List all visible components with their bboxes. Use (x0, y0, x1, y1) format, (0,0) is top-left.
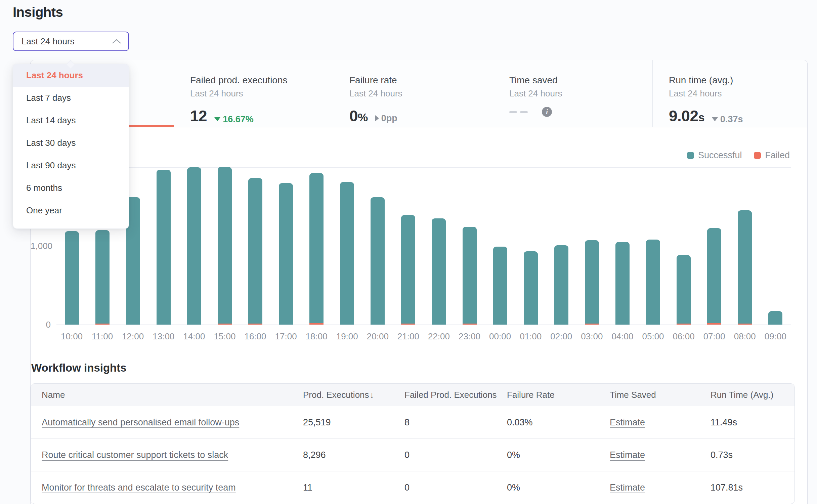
bar-slot-07:00 (699, 167, 730, 325)
time-saved-estimate-link: Estimate (610, 417, 711, 428)
menu-item-last-30-days[interactable]: Last 30 days (13, 132, 129, 154)
time-range-menu: Last 24 hoursLast 7 daysLast 14 daysLast… (13, 64, 129, 229)
bar-slot-17:00 (271, 167, 301, 325)
legend-item-successful[interactable]: Successful (687, 150, 742, 161)
menu-item-one-year[interactable]: One year (13, 199, 129, 222)
workflow-name-link: Route critical customer support tickets … (31, 450, 303, 460)
x-tick-15:00: 15:00 (209, 331, 240, 342)
bar-01:00 (524, 251, 538, 325)
card-failure-rate[interactable]: Failure rate Last 24 hours 0% 0pp (333, 60, 493, 127)
x-tick-17:00: 17:00 (271, 331, 301, 342)
bar-19:00 (340, 182, 354, 325)
table-row: Automatically send personalised email fo… (31, 406, 794, 438)
time-saved-estimate-link[interactable]: Estimate (610, 417, 645, 427)
empty-value-dashes (509, 111, 528, 113)
y-tick-0: 0 (31, 320, 51, 330)
bar-slot-06:00 (669, 167, 699, 325)
bar-09:00 (768, 311, 782, 325)
workflow-insights-heading: Workflow insights (31, 362, 127, 374)
time-saved-estimate-link: Estimate (610, 482, 711, 493)
bar-05:00 (646, 240, 660, 325)
workflow-name-link[interactable]: Automatically send personalised email fo… (42, 417, 239, 427)
run-time-cell: 0.73s (711, 450, 794, 460)
card-value: 9.02s (669, 107, 704, 125)
chevron-up-icon (112, 39, 121, 44)
x-tick-16:00: 16:00 (240, 331, 270, 342)
failure-rate-cell: 0% (507, 450, 610, 460)
x-tick-01:00: 01:00 (515, 331, 546, 342)
x-tick-04:00: 04:00 (607, 331, 638, 342)
prod-executions-cell: 11 (303, 482, 404, 493)
x-tick-20:00: 20:00 (362, 331, 393, 342)
bar-18:00 (309, 173, 324, 325)
bar-11:00 (95, 230, 110, 325)
x-tick-11:00: 11:00 (87, 331, 118, 342)
trend-flat-icon (375, 115, 379, 121)
x-tick-09:00: 09:00 (760, 331, 791, 342)
menu-item-last-90-days[interactable]: Last 90 days (13, 154, 129, 177)
card-subtitle: Last 24 hours (509, 88, 642, 99)
prod-executions-cell: 25,519 (303, 417, 404, 428)
bar-slot-02:00 (546, 167, 576, 325)
legend-item-failed[interactable]: Failed (754, 150, 790, 161)
column-header-failed-prod-executions[interactable]: Failed Prod. Executions (404, 390, 507, 400)
time-saved-estimate-link[interactable]: Estimate (610, 450, 645, 460)
bar-21:00 (401, 215, 415, 325)
failure-rate-cell: 0% (507, 482, 610, 493)
column-header-name[interactable]: Name (31, 390, 303, 400)
card-run-time[interactable]: Run time (avg.) Last 24 hours 9.02s 0.37… (653, 60, 807, 127)
page-title: Insights (13, 5, 63, 20)
bar-03:00 (585, 240, 599, 325)
column-header-run-time-avg-[interactable]: Run Time (Avg.) (711, 390, 794, 400)
bar-slot-00:00 (485, 167, 515, 325)
time-range-value: Last 24 hours (22, 36, 75, 47)
bar-slot-13:00 (148, 167, 179, 325)
failure-rate-cell: 0.03% (507, 417, 610, 428)
x-tick-22:00: 22:00 (424, 331, 454, 342)
menu-item-6-months[interactable]: 6 months (13, 177, 129, 199)
column-header-prod-executions[interactable]: Prod. Executions↓ (303, 390, 404, 400)
bar-slot-09:00 (760, 167, 791, 325)
trend-down-icon (214, 117, 220, 121)
time-saved-estimate-link[interactable]: Estimate (610, 482, 645, 493)
bar-08:00 (738, 210, 752, 325)
summary-cards-row: Failed prod. executions Last 24 hours 12… (31, 60, 807, 127)
x-tick-23:00: 23:00 (454, 331, 485, 342)
card-title: Time saved (509, 75, 642, 86)
x-tick-06:00: 06:00 (669, 331, 699, 342)
x-tick-19:00: 19:00 (332, 331, 362, 342)
card-delta: 0pp (375, 113, 397, 124)
bar-slot-22:00 (424, 167, 454, 325)
bar-slot-19:00 (332, 167, 362, 325)
x-axis-line (56, 325, 791, 325)
column-header-time-saved[interactable]: Time Saved (610, 390, 711, 400)
time-saved-estimate-link: Estimate (610, 450, 711, 460)
bar-slot-14:00 (179, 167, 209, 325)
prod-executions-cell: 8,296 (303, 450, 404, 460)
info-icon[interactable]: i (542, 107, 552, 117)
failed-prod-executions-cell: 8 (404, 417, 507, 428)
x-tick-14:00: 14:00 (179, 331, 209, 342)
card-failed-executions[interactable]: Failed prod. executions Last 24 hours 12… (174, 60, 333, 127)
menu-item-last-14-days[interactable]: Last 14 days (13, 109, 129, 132)
bar-slot-01:00 (515, 167, 546, 325)
bar-00:00 (493, 247, 507, 325)
x-tick-08:00: 08:00 (730, 331, 760, 342)
column-header-failure-rate[interactable]: Failure Rate (507, 390, 610, 400)
card-subtitle: Last 24 hours (349, 88, 483, 99)
trend-down-icon (712, 117, 718, 121)
bar-slot-16:00 (240, 167, 270, 325)
card-delta: 0.37s (712, 114, 743, 125)
card-value: 12 (190, 107, 207, 125)
table-header-row: NameProd. Executions↓Failed Prod. Execut… (31, 384, 794, 406)
card-time-saved[interactable]: Time saved Last 24 hours i (493, 60, 653, 127)
bar-16:00 (248, 178, 262, 325)
workflow-name-link[interactable]: Route critical customer support tickets … (42, 450, 228, 460)
workflow-name-link[interactable]: Monitor for threats and escalate to secu… (42, 482, 236, 493)
bar-10:00 (65, 231, 79, 325)
menu-item-last-7-days[interactable]: Last 7 days (13, 87, 129, 109)
time-range-select[interactable]: Last 24 hours (13, 32, 129, 51)
x-tick-21:00: 21:00 (393, 331, 424, 342)
y-tick-1000: 1,000 (31, 241, 51, 251)
x-tick-02:00: 02:00 (546, 331, 576, 342)
